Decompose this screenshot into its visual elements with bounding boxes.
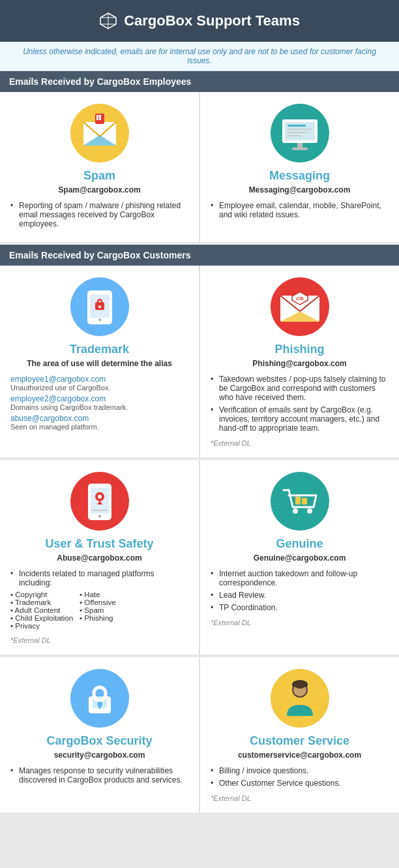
- trust-col2-item-4: Phishing: [80, 614, 116, 622]
- svg-rect-37: [92, 510, 108, 511]
- trust-col2: Hate Offensive Spam Phishing: [80, 591, 116, 630]
- trust-col1-item-3: Adult Content: [10, 606, 73, 614]
- svg-rect-17: [297, 143, 303, 148]
- customer-service-email: customerservice@cargobox.com: [238, 751, 361, 760]
- cargobox-security-email: security@cargobox.com: [54, 751, 145, 760]
- section-customers-header: Emails Received by CargoBox Customers: [0, 245, 399, 266]
- section-employees: Emails Received by CargoBox Employees: [0, 71, 399, 242]
- trust-col1: Copyright Trademark Adult Content Child …: [10, 591, 73, 630]
- cargobox-logo-icon: [99, 12, 117, 30]
- section-employees-header: Emails Received by CargoBox Employees: [0, 71, 399, 92]
- security-icon-wrap: [70, 669, 129, 728]
- customer-service-bullet-2: • Other Customer Service questions.: [211, 779, 389, 788]
- trust-external-dl: *External DL: [10, 636, 188, 644]
- phishing-external-dl: *External DL: [211, 439, 389, 447]
- trademark-card: Trademark The area of use will determine…: [0, 266, 199, 457]
- customer-service-bullet-1: • Billing / invoice questions.: [211, 766, 389, 775]
- messaging-body: • Employee email, calendar, mobile, Shar…: [211, 201, 389, 223]
- trust-two-col: Copyright Trademark Adult Content Child …: [10, 591, 188, 630]
- phishing-email: Phishing@cargobox.com: [252, 359, 346, 368]
- messaging-icon-wrap: [271, 104, 329, 163]
- user-trust-safety-icon-wrap: [70, 472, 129, 531]
- customer-service-body: • Billing / invoice questions. • Other C…: [211, 766, 389, 802]
- messaging-email: Messaging@cargobox.com: [249, 185, 351, 194]
- svg-rect-16: [288, 135, 301, 136]
- user-trust-safety-body: • Incidents related to managed platforms…: [10, 569, 188, 644]
- trust-col1-item-1: Copyright: [10, 591, 73, 598]
- genuine-card: Genuine Genuine@cargobox.com • Internet …: [200, 460, 399, 655]
- trademark-title: Trademark: [70, 343, 129, 356]
- svg-point-41: [293, 508, 298, 514]
- cargobox-security-card: CargoBox Security security@cargobox.com …: [0, 657, 199, 813]
- svg-point-24: [98, 305, 101, 308]
- svg-point-55: [293, 681, 306, 689]
- section-security: CargoBox Security security@cargobox.com …: [0, 657, 399, 813]
- messaging-bullet-1: • Employee email, calendar, mobile, Shar…: [211, 201, 389, 219]
- customer-service-icon-wrap: [271, 669, 329, 728]
- genuine-bullet-1: • Internet auction takedown and follow-u…: [211, 569, 389, 587]
- svg-rect-18: [292, 147, 308, 150]
- messaging-title: Messaging: [269, 169, 330, 183]
- genuine-external-dl: *External DL: [211, 619, 389, 627]
- genuine-email: Genuine@cargobox.com: [254, 553, 346, 563]
- cargobox-security-body: • Manages response to security vulnerabi…: [10, 766, 188, 788]
- trust-col2-item-2: Offensive: [80, 598, 116, 606]
- phishing-title: Phishing: [275, 343, 325, 356]
- customer-service-card: Customer Service customerservice@cargobo…: [200, 657, 399, 813]
- svg-rect-15: [288, 132, 308, 133]
- trademark-icon-wrap: [70, 277, 129, 336]
- trust-col1-item-2: Trademark: [10, 598, 73, 606]
- notice-text: Unless otherwise indicated, emails are f…: [23, 47, 376, 65]
- user-trust-safety-card: User & Trust Safety Abuse@cargobox.com •…: [0, 460, 199, 655]
- trademark-subtitle: The area of use will determine the alias: [27, 359, 172, 368]
- trust-intro: • Incidents related to managed platforms…: [10, 569, 188, 587]
- trust-col2-item-3: Spam: [80, 606, 116, 614]
- employees-cards-grid: Spam Spam@cargobox.com • Reporting of sp…: [0, 92, 399, 242]
- cargobox-security-title: CargoBox Security: [46, 734, 152, 748]
- genuine-body: • Internet auction takedown and follow-u…: [211, 569, 389, 627]
- genuine-bullet-3: • TP Coordination.: [211, 603, 389, 612]
- page-title: CargoBox Support Teams: [124, 12, 300, 29]
- svg-rect-50: [98, 704, 101, 709]
- phishing-card: CB Phishing Phishing@cargobox.com • Take…: [200, 266, 399, 457]
- trademark-body: employee1@cargobox.com Unauthorized use …: [10, 375, 188, 433]
- spam-title: Spam: [83, 169, 115, 183]
- spam-body: • Reporting of spam / malware / phishing…: [10, 201, 188, 232]
- svg-rect-7: [96, 115, 98, 120]
- security-cards-grid: CargoBox Security security@cargobox.com …: [0, 657, 399, 813]
- phishing-icon-wrap: CB: [271, 277, 329, 336]
- customer-service-title: Customer Service: [250, 734, 349, 748]
- section-customers: Emails Received by CargoBox Customers: [0, 245, 399, 457]
- trademark-link-2: employee2@cargobox.com Domains using Car…: [10, 394, 188, 411]
- svg-point-38: [98, 515, 101, 518]
- spam-email: Spam@cargobox.com: [58, 185, 140, 194]
- trust-col2-item-1: Hate: [80, 591, 116, 598]
- spam-card: Spam Spam@cargobox.com • Reporting of sp…: [0, 92, 199, 242]
- genuine-title: Genuine: [276, 537, 323, 551]
- section-trust: User & Trust Safety Abuse@cargobox.com •…: [0, 460, 399, 655]
- svg-rect-44: [302, 498, 307, 504]
- user-trust-safety-title: User & Trust Safety: [45, 537, 153, 551]
- trust-col1-item-4: Child Exploitation: [10, 614, 73, 622]
- svg-rect-8: [99, 115, 101, 120]
- phishing-bullet-2: • Verification of emails sent by CargoBo…: [211, 405, 389, 433]
- trademark-link-3: abuse@cargobox.com Seen on managed platf…: [10, 414, 188, 431]
- trust-cards-grid: User & Trust Safety Abuse@cargobox.com •…: [0, 460, 399, 655]
- svg-rect-13: [288, 125, 306, 127]
- genuine-icon-wrap: [271, 472, 329, 531]
- spam-icon-wrap: [70, 104, 129, 163]
- notice-bar: Unless otherwise indicated, emails are f…: [0, 42, 399, 71]
- messaging-card: Messaging Messaging@cargobox.com • Emplo…: [200, 92, 399, 242]
- page-header: CargoBox Support Teams: [0, 0, 399, 42]
- phishing-body: • Takedown websites / pop-ups falsely cl…: [211, 375, 389, 447]
- svg-point-25: [98, 318, 101, 321]
- trust-col1-item-5: Privacy: [10, 622, 73, 630]
- security-bullet-1: • Manages response to security vulnerabi…: [10, 766, 188, 784]
- svg-rect-14: [288, 129, 312, 130]
- spam-bullet-1: • Reporting of spam / malware / phishing…: [10, 201, 188, 228]
- phishing-bullet-1: • Takedown websites / pop-ups falsely cl…: [211, 375, 389, 402]
- svg-rect-43: [295, 497, 301, 504]
- customers-cards-grid: Trademark The area of use will determine…: [0, 266, 399, 457]
- svg-point-51: [271, 669, 329, 728]
- svg-text:CB: CB: [296, 296, 304, 302]
